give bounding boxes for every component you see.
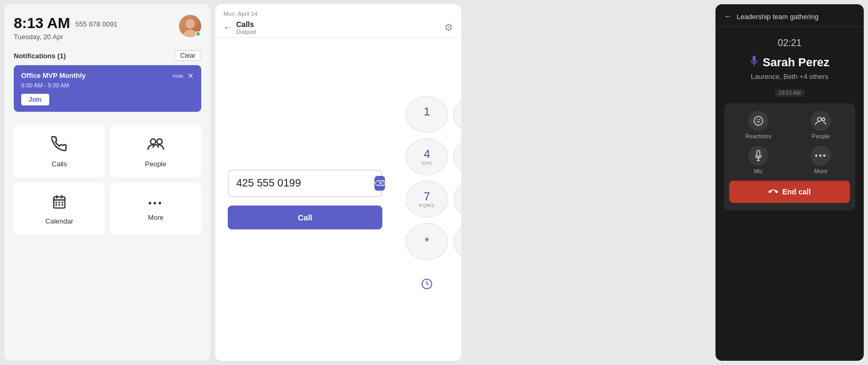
- reactions-icon: [748, 111, 768, 131]
- svg-rect-16: [753, 56, 756, 62]
- dial-1[interactable]: 1: [406, 96, 448, 133]
- reactions-control[interactable]: Reactions: [729, 111, 788, 139]
- more-tile[interactable]: ••• More: [110, 183, 201, 235]
- mic-control[interactable]: Mic: [729, 146, 788, 174]
- more-control-label: More: [814, 168, 827, 174]
- notif-time: now: [173, 73, 183, 79]
- dial-4[interactable]: 4 GHI: [406, 138, 448, 175]
- dialer-nav-left: ← Calls Dialpad: [223, 20, 256, 35]
- clear-button[interactable]: Clear: [174, 50, 201, 61]
- svg-point-0: [150, 139, 156, 144]
- svg-point-18: [754, 117, 763, 126]
- more-icon: •••: [148, 198, 163, 209]
- call-topbar: ← Leadership team gathering: [715, 4, 864, 27]
- dial-7[interactable]: 7 PQRS: [406, 181, 448, 218]
- dialer-left: ⌫ Call: [215, 38, 395, 361]
- call-main: 02:21 Sarah Perez Laurence, Beth +4 othe…: [715, 27, 864, 361]
- svg-point-21: [818, 118, 821, 121]
- reactions-label: Reactions: [746, 133, 772, 139]
- backspace-button[interactable]: ⌫: [374, 176, 385, 191]
- app-grid: Calls People: [14, 124, 201, 235]
- call-meeting-title: Leadership team gathering: [737, 13, 819, 21]
- people-tile[interactable]: People: [110, 124, 201, 177]
- more-label: More: [148, 213, 164, 221]
- settings-icon[interactable]: ⚙: [444, 22, 453, 33]
- calendar-icon: [52, 194, 67, 213]
- call-screen: ← Leadership team gathering 02:21 Sarah …: [715, 4, 864, 361]
- dialer-subtitle: Dialpad: [236, 29, 256, 35]
- time-section: 8:13 AM 555 878 0091 Tuesday, 20 Apr: [14, 15, 118, 41]
- calendar-tile[interactable]: Calendar: [14, 183, 105, 235]
- dialer-nav: ← Calls Dialpad ⚙: [223, 20, 453, 35]
- svg-point-1: [157, 139, 162, 144]
- dial-5[interactable]: 5 JKL: [453, 138, 461, 175]
- call-button[interactable]: Call: [228, 206, 382, 229]
- dialer-title-group: Calls Dialpad: [236, 20, 256, 35]
- controls-panel: Reactions People: [724, 103, 855, 210]
- notifications-header: Notifications (1) Clear: [14, 50, 201, 61]
- current-date: Tuesday, 20 Apr: [14, 33, 118, 41]
- dialer-screen: Mon, April 14 ← Calls Dialpad ⚙ ⌫: [215, 4, 461, 361]
- call-participants: Laurence, Beth +4 others: [751, 73, 828, 81]
- notif-title: Office MVP Monthly: [21, 72, 86, 79]
- notif-time-close: now ✕: [173, 72, 194, 80]
- dial-star[interactable]: *: [406, 223, 448, 260]
- more-control-icon: •••: [811, 146, 831, 166]
- spacer: [466, 4, 712, 361]
- status-indicator: [195, 31, 201, 37]
- number-input-row: ⌫: [228, 170, 382, 197]
- people-control-icon: [811, 111, 831, 131]
- call-timer: 02:21: [777, 38, 801, 49]
- people-label: People: [145, 160, 166, 168]
- recents-icon-btn[interactable]: [406, 265, 448, 302]
- dial-2[interactable]: 2 ABC: [453, 96, 461, 133]
- people-icon: [147, 136, 165, 156]
- dialer-date: Mon, April 14: [223, 11, 453, 17]
- dial-8[interactable]: 8 TUV: [453, 181, 461, 218]
- dialer-title: Calls: [236, 20, 256, 29]
- end-call-button[interactable]: End call: [729, 181, 850, 203]
- svg-point-22: [822, 118, 825, 121]
- calls-icon: [51, 136, 67, 156]
- caller-name: Sarah Perez: [763, 56, 829, 69]
- notif-subtitle: 8:00 AM - 9:30 AM: [21, 82, 194, 88]
- home-header: 8:13 AM 555 878 0091 Tuesday, 20 Apr: [14, 15, 201, 41]
- controls-grid: Reactions People: [729, 111, 850, 174]
- call-back-arrow-icon[interactable]: ←: [724, 12, 732, 21]
- dialer-content: ⌫ Call 1 2 ABC 3 DEF: [215, 38, 461, 361]
- calendar-label: Calendar: [46, 217, 74, 225]
- end-call-label: End call: [782, 188, 811, 196]
- svg-rect-23: [757, 150, 760, 157]
- mic-control-icon: [748, 146, 768, 166]
- notif-header-row: Office MVP Monthly now ✕: [21, 72, 194, 80]
- calls-tile[interactable]: Calls: [14, 124, 105, 177]
- mic-active-icon: [750, 55, 758, 69]
- people-control[interactable]: People: [792, 111, 850, 139]
- phone-number: 555 878 0091: [75, 20, 118, 28]
- avatar[interactable]: [179, 15, 201, 37]
- notification-card: Office MVP Monthly now ✕ 8:00 AM - 9:30 …: [14, 65, 201, 112]
- phone-number-input[interactable]: [236, 177, 370, 189]
- notifications-section: Notifications (1) Clear Office MVP Month…: [14, 50, 201, 112]
- call-caller-row: Sarah Perez: [750, 55, 829, 69]
- home-screen: 8:13 AM 555 878 0091 Tuesday, 20 Apr Not…: [4, 4, 211, 361]
- add-contact-icon-btn[interactable]: [453, 265, 461, 302]
- more-control[interactable]: ••• More: [792, 146, 850, 174]
- dialer-right: 1 2 ABC 3 DEF 4 GHI: [395, 38, 461, 361]
- numpad: 1 2 ABC 3 DEF 4 GHI: [406, 96, 461, 302]
- call-timestamp: 18:53 AM: [774, 89, 805, 97]
- calls-label: Calls: [52, 160, 67, 168]
- notifications-title: Notifications (1): [14, 52, 66, 60]
- join-button[interactable]: Join: [21, 94, 49, 105]
- close-icon[interactable]: ✕: [187, 72, 194, 80]
- back-arrow-icon[interactable]: ←: [223, 23, 232, 32]
- current-time: 8:13 AM: [14, 15, 70, 32]
- dialer-topbar: Mon, April 14 ← Calls Dialpad ⚙: [215, 4, 461, 38]
- people-control-label: People: [812, 133, 830, 139]
- dial-0[interactable]: 0 +: [453, 223, 461, 260]
- mic-control-label: Mic: [754, 168, 763, 174]
